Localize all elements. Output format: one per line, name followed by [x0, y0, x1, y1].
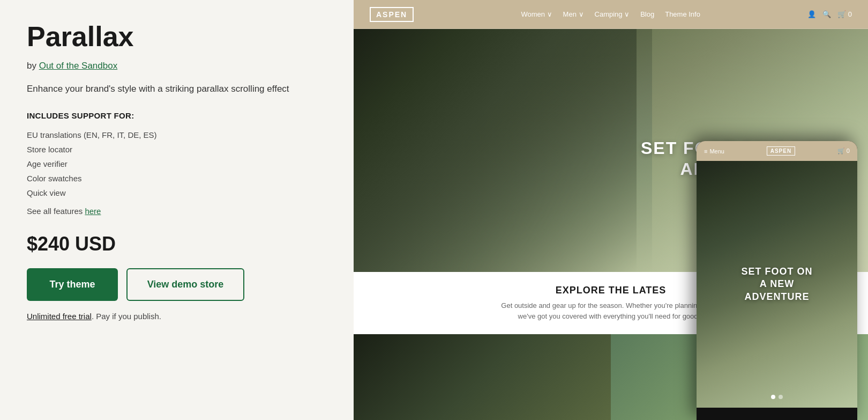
mobile-preview: ≡ Menu ASPEN 🛒 0 SET FOOT ONA NEWADVENTU…	[697, 141, 857, 420]
theme-description: Enhance your brand's style with a striki…	[27, 82, 327, 96]
see-all-features: See all features here	[27, 207, 327, 216]
left-panel: Parallax by Out of the Sandbox Enhance y…	[0, 0, 354, 420]
list-item: Color swatches	[27, 171, 327, 186]
author-link[interactable]: Out of the Sandbox	[39, 61, 118, 71]
nav-link: Camping ∨	[595, 10, 630, 18]
trial-link[interactable]: Unlimited free trial	[27, 312, 92, 321]
mobile-logo: ASPEN	[767, 146, 795, 156]
nav-link: Men ∨	[563, 10, 584, 18]
mobile-menu-icon: ≡ Menu	[704, 148, 724, 154]
mobile-cart: 🛒 0	[837, 148, 850, 154]
menu-label: Menu	[709, 148, 724, 154]
theme-title: Parallax	[27, 21, 327, 52]
view-demo-button[interactable]: View demo store	[126, 268, 244, 301]
includes-heading: INCLUDES SUPPORT FOR:	[27, 111, 327, 120]
dot-2	[779, 395, 783, 399]
preview-nav-links: Women ∨ Men ∨ Camping ∨ Blog Theme Info	[521, 10, 700, 18]
right-panel: ASPEN Women ∨ Men ∨ Camping ∨ Blog Theme…	[354, 0, 868, 420]
preview-nav-icons: 👤 🔍 🛒 0	[807, 10, 852, 18]
carousel-dots	[771, 395, 783, 399]
user-icon: 👤	[807, 10, 816, 18]
mobile-hero-text: SET FOOT ONA NEWADVENTURE	[730, 255, 823, 314]
price-display: $240 USD	[27, 233, 327, 255]
list-item: Age verifier	[27, 157, 327, 171]
mobile-navbar: ≡ Menu ASPEN 🛒 0	[697, 141, 857, 161]
nav-link: Theme Info	[665, 10, 700, 18]
mobile-hero: SET FOOT ONA NEWADVENTURE	[697, 161, 857, 408]
try-theme-button[interactable]: Try theme	[27, 268, 118, 301]
preview-logo: ASPEN	[370, 7, 414, 22]
dot-1	[771, 395, 775, 399]
features-link[interactable]: here	[85, 207, 101, 216]
theme-author: by Out of the Sandbox	[27, 61, 327, 71]
trial-text: Unlimited free trial. Pay if you publish…	[27, 312, 327, 321]
cart-icon: 🛒 0	[837, 10, 852, 18]
card-1	[354, 334, 611, 420]
search-icon: 🔍	[822, 10, 831, 18]
nav-link: Women ∨	[521, 10, 552, 18]
list-item: Store locator	[27, 142, 327, 157]
buttons-row: Try theme View demo store	[27, 268, 327, 301]
list-item: EU translations (EN, FR, IT, DE, ES)	[27, 128, 327, 142]
preview-navbar: ASPEN Women ∨ Men ∨ Camping ∨ Blog Theme…	[354, 0, 868, 29]
nav-link: Blog	[640, 10, 654, 18]
hamburger-icon: ≡	[704, 148, 707, 154]
hero-dark-left	[354, 29, 637, 272]
features-list: EU translations (EN, FR, IT, DE, ES) Sto…	[27, 128, 327, 200]
list-item: Quick view	[27, 186, 327, 200]
